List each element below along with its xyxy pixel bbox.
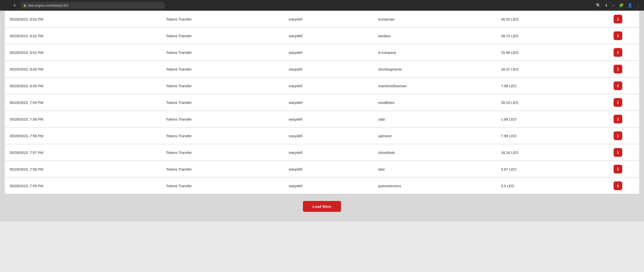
lock-icon: 🔒 bbox=[23, 4, 26, 7]
info-button-1[interactable]: ℹ bbox=[614, 31, 622, 40]
info-icon: ℹ bbox=[617, 67, 619, 72]
cell-amount: 5.67 LEO bbox=[496, 161, 597, 178]
cell-from: easydefi bbox=[284, 28, 374, 44]
load-more-button[interactable]: Load More bbox=[303, 201, 341, 212]
browser-chrome: → ↻ 🔒 hive-engine.com/history/LEO 🔍 ⬆ ☆ … bbox=[0, 0, 644, 11]
cell-amount: 40.92 LEO bbox=[496, 11, 597, 28]
cell-action: ℹ bbox=[597, 28, 639, 44]
info-icon: ℹ bbox=[617, 84, 619, 88]
info-button-7[interactable]: ℹ bbox=[614, 131, 622, 140]
cell-type: Tokens Transfer bbox=[161, 178, 284, 194]
cell-date: 05/28/2023, 8:00 PM bbox=[5, 61, 161, 78]
cell-from: easydefi bbox=[284, 44, 374, 61]
cell-type: Tokens Transfer bbox=[161, 28, 284, 44]
cell-to: xabi bbox=[374, 111, 496, 128]
cell-date: 05/28/2023, 8:02 PM bbox=[5, 11, 161, 28]
main-content: 05/28/2023, 8:02 PM Tokens Transfer easy… bbox=[0, 11, 644, 221]
extensions-button[interactable]: 🧩 bbox=[618, 2, 625, 9]
info-button-3[interactable]: ℹ bbox=[614, 65, 622, 73]
cell-from: easydefi bbox=[284, 78, 374, 94]
cell-date: 05/28/2023, 7:56 PM bbox=[5, 161, 161, 178]
info-button-0[interactable]: ℹ bbox=[614, 15, 622, 24]
cell-type: Tokens Transfer bbox=[161, 94, 284, 111]
info-button-8[interactable]: ℹ bbox=[614, 148, 622, 157]
browser-actions: 🔍 ⬆ ☆ 🧩 👤 ⋮ bbox=[595, 2, 641, 9]
table-row: 05/28/2023, 8:00 PM Tokens Transfer easy… bbox=[5, 78, 639, 94]
cell-to: quinnertronics bbox=[374, 178, 496, 194]
cell-to: shortshots bbox=[374, 144, 496, 161]
table-row: 05/28/2023, 8:02 PM Tokens Transfer easy… bbox=[5, 11, 639, 28]
cell-action: ℹ bbox=[597, 61, 639, 78]
info-button-10[interactable]: ℹ bbox=[614, 181, 622, 190]
table-row: 05/28/2023, 7:58 PM Tokens Transfer easy… bbox=[5, 111, 639, 128]
cell-action: ℹ bbox=[597, 111, 639, 128]
cell-from: easydefi bbox=[284, 144, 374, 161]
cell-date: 05/28/2023, 7:59 PM bbox=[5, 94, 161, 111]
cell-from: easydefi bbox=[284, 94, 374, 111]
cell-type: Tokens Transfer bbox=[161, 11, 284, 28]
cell-date: 05/28/2023, 7:58 PM bbox=[5, 111, 161, 128]
cell-action: ℹ bbox=[597, 128, 639, 144]
transactions-table: 05/28/2023, 8:02 PM Tokens Transfer easy… bbox=[5, 11, 639, 194]
info-icon: ℹ bbox=[617, 34, 619, 38]
cell-action: ℹ bbox=[597, 78, 639, 94]
info-icon: ℹ bbox=[617, 100, 619, 105]
cell-date: 05/28/2023, 7:57 PM bbox=[5, 144, 161, 161]
cell-date: 05/28/2023, 7:58 PM bbox=[5, 128, 161, 144]
cell-date: 05/28/2023, 8:01 PM bbox=[5, 44, 161, 61]
info-button-2[interactable]: ℹ bbox=[614, 48, 622, 57]
cell-date: 05/28/2023, 8:00 PM bbox=[5, 78, 161, 94]
cell-action: ℹ bbox=[597, 94, 639, 111]
address-bar[interactable]: 🔒 hive-engine.com/history/LEO bbox=[20, 2, 165, 9]
cell-to: d-company bbox=[374, 44, 496, 61]
cell-to: tandara bbox=[374, 28, 496, 44]
cell-amount: 7.98 LEO bbox=[496, 78, 597, 94]
cell-action: ℹ bbox=[597, 11, 639, 28]
info-button-5[interactable]: ℹ bbox=[614, 98, 622, 107]
back-button[interactable]: → bbox=[3, 2, 10, 9]
cell-from: easydefi bbox=[284, 11, 374, 28]
cell-amount: 15.96 LEO bbox=[496, 44, 597, 61]
cell-date: 05/28/2023, 8:02 PM bbox=[5, 28, 161, 44]
table-row: 05/28/2023, 8:01 PM Tokens Transfer easy… bbox=[5, 44, 639, 61]
table-row: 05/28/2023, 7:57 PM Tokens Transfer easy… bbox=[5, 144, 639, 161]
cell-to: smallbites bbox=[374, 94, 496, 111]
reload-button[interactable]: ↻ bbox=[12, 3, 18, 8]
table-row: 05/28/2023, 8:00 PM Tokens Transfer easy… bbox=[5, 61, 639, 78]
cell-from: easydefi bbox=[284, 128, 374, 144]
cell-to: spinvest bbox=[374, 128, 496, 144]
info-icon: ℹ bbox=[617, 134, 619, 138]
search-button[interactable]: 🔍 bbox=[595, 2, 602, 9]
cell-amount: 1.99 LEO bbox=[496, 111, 597, 128]
cell-from: easydefi bbox=[284, 178, 374, 194]
cell-type: Tokens Transfer bbox=[161, 44, 284, 61]
table-container: 05/28/2023, 8:02 PM Tokens Transfer easy… bbox=[0, 11, 644, 194]
menu-button[interactable]: ⋮ bbox=[635, 2, 641, 9]
info-icon: ℹ bbox=[617, 17, 619, 22]
table-row: 05/28/2023, 7:59 PM Tokens Transfer easy… bbox=[5, 94, 639, 111]
info-icon: ℹ bbox=[617, 50, 619, 55]
share-button[interactable]: ⬆ bbox=[604, 2, 609, 9]
info-button-4[interactable]: ℹ bbox=[614, 81, 622, 90]
cell-amount: 16.37 LEO bbox=[496, 61, 597, 78]
info-button-9[interactable]: ℹ bbox=[614, 165, 622, 173]
cell-amount: 28.73 LEO bbox=[496, 28, 597, 44]
table-row: 05/28/2023, 7:55 PM Tokens Transfer easy… bbox=[5, 178, 639, 194]
bookmark-button[interactable]: ☆ bbox=[611, 2, 616, 9]
cell-type: Tokens Transfer bbox=[161, 161, 284, 178]
table-row: 05/28/2023, 7:58 PM Tokens Transfer easy… bbox=[5, 128, 639, 144]
info-button-6[interactable]: ℹ bbox=[614, 115, 622, 123]
cell-to: trumpman bbox=[374, 11, 496, 28]
cell-to: marshmellowman bbox=[374, 78, 496, 94]
cell-date: 05/28/2023, 7:55 PM bbox=[5, 178, 161, 194]
cell-action: ℹ bbox=[597, 178, 639, 194]
cell-type: Tokens Transfer bbox=[161, 144, 284, 161]
cell-to: lalai bbox=[374, 161, 496, 178]
profile-button[interactable]: 👤 bbox=[626, 2, 634, 9]
cell-action: ℹ bbox=[597, 161, 639, 178]
cell-type: Tokens Transfer bbox=[161, 78, 284, 94]
cell-amount: 7.98 LEO bbox=[496, 128, 597, 144]
info-icon: ℹ bbox=[617, 184, 619, 188]
url-text: hive-engine.com/history/LEO bbox=[28, 4, 68, 7]
cell-type: Tokens Transfer bbox=[161, 111, 284, 128]
